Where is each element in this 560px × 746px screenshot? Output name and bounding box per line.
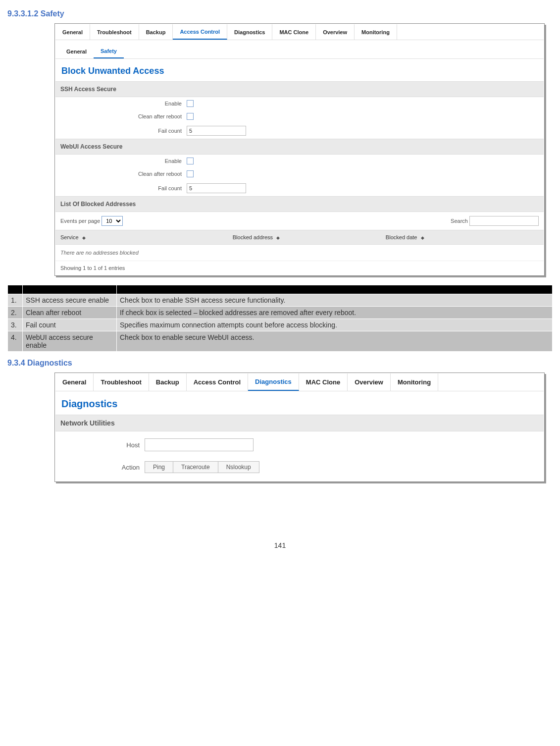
tab-troubleshoot[interactable]: Troubleshoot bbox=[90, 24, 139, 40]
sub-tabs: General Safety bbox=[55, 44, 544, 59]
events-per-page-select[interactable]: 10 bbox=[102, 216, 123, 226]
tab-mac-clone-2[interactable]: MAC Clone bbox=[299, 373, 348, 391]
col-blocked-date[interactable]: Blocked date ◆ bbox=[386, 234, 539, 240]
panel-title: Block Unwanted Access bbox=[55, 59, 544, 81]
webui-enable-checkbox[interactable] bbox=[187, 158, 194, 164]
list-footer: Showing 1 to 1 of 1 entries bbox=[55, 261, 544, 275]
ssh-enable-label: Enable bbox=[60, 101, 187, 107]
webui-clean-label: Clean after reboot bbox=[60, 171, 187, 177]
host-row: Host bbox=[55, 431, 544, 458]
tab-general-2[interactable]: General bbox=[55, 373, 94, 391]
row-exp: Check box to enable secure WebUI access. bbox=[117, 331, 553, 352]
blocked-list-header: List Of Blocked Addresses bbox=[55, 196, 544, 212]
sort-icon: ◆ bbox=[421, 235, 424, 240]
webui-fail-input[interactable] bbox=[187, 183, 246, 193]
col-blocked-address[interactable]: Blocked address ◆ bbox=[233, 234, 386, 240]
webui-fail-label: Fail count bbox=[60, 185, 187, 191]
table-row: 2. Clean after reboot If check box is se… bbox=[8, 307, 553, 319]
sort-icon: ◆ bbox=[82, 235, 86, 240]
table-row: 1. SSH access secure enable Check box to… bbox=[8, 294, 553, 307]
heading-safety: 9.3.3.1.2 Safety bbox=[7, 9, 553, 18]
webui-clean-row: Clean after reboot bbox=[55, 167, 544, 180]
tab-general[interactable]: General bbox=[55, 24, 90, 40]
row-num: 3. bbox=[8, 319, 23, 331]
row-name: WebUI access secure enable bbox=[23, 331, 117, 352]
tab-backup[interactable]: Backup bbox=[139, 24, 173, 40]
ssh-clean-row: Clean after reboot bbox=[55, 110, 544, 123]
col-baddr-label: Blocked address bbox=[233, 234, 273, 240]
row-name: SSH access secure enable bbox=[23, 294, 117, 307]
row-num: 2. bbox=[8, 307, 23, 319]
main-tabs: General Troubleshoot Backup Access Contr… bbox=[55, 24, 544, 40]
col-service-label: Service bbox=[60, 234, 79, 240]
row-name: Fail count bbox=[23, 319, 117, 331]
webui-fail-row: Fail count bbox=[55, 180, 544, 196]
tab-access-control-2[interactable]: Access Control bbox=[187, 373, 248, 391]
subtab-safety[interactable]: Safety bbox=[94, 44, 124, 58]
empty-row: There are no addresses blocked bbox=[55, 245, 544, 261]
webui-enable-label: Enable bbox=[60, 158, 187, 164]
tab-overview[interactable]: Overview bbox=[316, 24, 355, 40]
ssh-fail-input[interactable] bbox=[187, 126, 246, 136]
panel2-title: Diagnostics bbox=[55, 391, 544, 415]
host-input[interactable] bbox=[145, 438, 254, 451]
ssh-clean-label: Clean after reboot bbox=[60, 113, 187, 119]
network-utilities-header: Network Utilities bbox=[55, 415, 544, 431]
tab-overview-2[interactable]: Overview bbox=[348, 373, 391, 391]
list-columns: Service ◆ Blocked address ◆ Blocked date… bbox=[55, 230, 544, 245]
events-per-page-label: Events per page bbox=[60, 218, 100, 224]
row-exp: If check box is selected – blocked addre… bbox=[117, 307, 553, 319]
nslookup-button[interactable]: Nslookup bbox=[218, 461, 259, 473]
ping-button[interactable]: Ping bbox=[145, 461, 173, 473]
col-service[interactable]: Service ◆ bbox=[60, 234, 233, 240]
tab-mac-clone[interactable]: MAC Clone bbox=[272, 24, 316, 40]
ssh-fail-row: Fail count bbox=[55, 123, 544, 139]
action-label: Action bbox=[60, 464, 145, 471]
sort-icon: ◆ bbox=[276, 235, 280, 240]
row-name: Clean after reboot bbox=[23, 307, 117, 319]
ssh-clean-checkbox[interactable] bbox=[187, 113, 194, 120]
ssh-enable-row: Enable bbox=[55, 97, 544, 110]
subtab-general[interactable]: General bbox=[59, 44, 94, 58]
action-row: Action Ping Traceroute Nslookup bbox=[55, 458, 544, 481]
tab-backup-2[interactable]: Backup bbox=[149, 373, 187, 391]
row-exp: Check box to enable SSH access secure fu… bbox=[117, 294, 553, 307]
page-number: 141 bbox=[7, 541, 553, 549]
table-row: 3. Fail count Specifies maximum connecti… bbox=[8, 319, 553, 331]
diagnostics-panel: General Troubleshoot Backup Access Contr… bbox=[54, 373, 545, 482]
main-tabs-2: General Troubleshoot Backup Access Contr… bbox=[55, 373, 544, 391]
search-label: Search bbox=[451, 218, 468, 224]
tab-monitoring[interactable]: Monitoring bbox=[355, 24, 397, 40]
description-table: 1. SSH access secure enable Check box to… bbox=[7, 285, 553, 352]
row-num: 4. bbox=[8, 331, 23, 352]
search-input[interactable] bbox=[469, 216, 539, 226]
host-label: Host bbox=[60, 441, 145, 449]
traceroute-button[interactable]: Traceroute bbox=[173, 461, 218, 473]
tab-diagnostics[interactable]: Diagnostics bbox=[227, 24, 272, 40]
safety-panel: General Troubleshoot Backup Access Contr… bbox=[54, 23, 545, 276]
tab-diagnostics-2[interactable]: Diagnostics bbox=[248, 373, 299, 391]
ssh-fail-label: Fail count bbox=[60, 128, 187, 134]
list-controls: Events per page 10 Search bbox=[55, 212, 544, 230]
tab-troubleshoot-2[interactable]: Troubleshoot bbox=[94, 373, 149, 391]
heading-diagnostics: 9.3.4 Diagnostics bbox=[7, 359, 553, 368]
tab-access-control[interactable]: Access Control bbox=[173, 24, 227, 40]
ssh-header: SSH Access Secure bbox=[55, 81, 544, 97]
action-buttons: Ping Traceroute Nslookup bbox=[145, 461, 259, 473]
webui-enable-row: Enable bbox=[55, 155, 544, 167]
tab-monitoring-2[interactable]: Monitoring bbox=[391, 373, 438, 391]
webui-header: WebUI Access Secure bbox=[55, 139, 544, 155]
row-num: 1. bbox=[8, 294, 23, 307]
table-row: 4. WebUI access secure enable Check box … bbox=[8, 331, 553, 352]
ssh-enable-checkbox[interactable] bbox=[187, 100, 194, 107]
webui-clean-checkbox[interactable] bbox=[187, 170, 194, 177]
row-exp: Specifies maximum connection attempts co… bbox=[117, 319, 553, 331]
col-bdate-label: Blocked date bbox=[386, 234, 417, 240]
